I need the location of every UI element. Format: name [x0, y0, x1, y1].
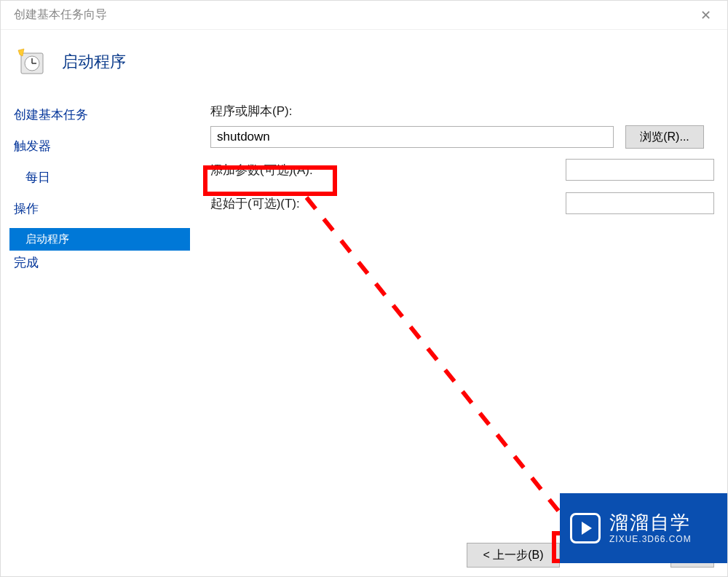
play-icon [570, 513, 601, 543]
wizard-body: 创建基本任务 触发器 每日 操作 启动程序 完成 程序或脚本(P): 浏览(R)… [1, 98, 727, 282]
startin-row: 起始于(可选)(T): [210, 192, 714, 214]
startin-label: 起始于(可选)(T): [210, 195, 300, 212]
watermark-title: 溜溜自学 [609, 511, 692, 534]
sidebar-item-daily[interactable]: 每日 [9, 165, 190, 189]
watermark-sub: ZIXUE.3D66.COM [609, 534, 692, 544]
args-input[interactable] [566, 159, 714, 181]
wizard-main: 程序或脚本(P): 浏览(R)... 添加参数(可选)(A): 起始于(可选)(… [190, 98, 727, 282]
watermark: 溜溜自学 ZIXUE.3D66.COM [560, 493, 727, 563]
sidebar-item-create-task[interactable]: 创建基本任务 [9, 103, 190, 127]
program-label: 程序或脚本(P): [210, 103, 714, 119]
startin-input[interactable] [566, 192, 714, 214]
wizard-sidebar: 创建基本任务 触发器 每日 操作 启动程序 完成 [1, 98, 190, 282]
titlebar: 创建基本任务向导 ✕ [1, 1, 727, 30]
sidebar-item-action[interactable]: 操作 [9, 197, 190, 221]
program-input[interactable] [210, 126, 614, 148]
page-title: 启动程序 [62, 51, 126, 73]
args-label: 添加参数(可选)(A): [210, 162, 313, 178]
args-row: 添加参数(可选)(A): [210, 159, 714, 181]
wizard-header: 启动程序 [1, 30, 727, 98]
close-icon[interactable]: ✕ [693, 4, 719, 26]
program-row: 浏览(R)... [210, 125, 714, 149]
browse-button[interactable]: 浏览(R)... [625, 125, 704, 149]
back-button[interactable]: < 上一步(B) [467, 543, 560, 568]
sidebar-item-trigger[interactable]: 触发器 [9, 134, 190, 158]
window-title: 创建基本任务向导 [14, 7, 107, 23]
task-clock-icon [17, 47, 46, 76]
sidebar-item-finish[interactable]: 完成 [9, 251, 190, 275]
wizard-window: 创建基本任务向导 ✕ 启动程序 创建基本任务 触发器 每日 操作 启动程序 完成… [0, 0, 728, 577]
sidebar-item-start-program[interactable]: 启动程序 [9, 228, 190, 251]
watermark-text: 溜溜自学 ZIXUE.3D66.COM [609, 511, 692, 545]
